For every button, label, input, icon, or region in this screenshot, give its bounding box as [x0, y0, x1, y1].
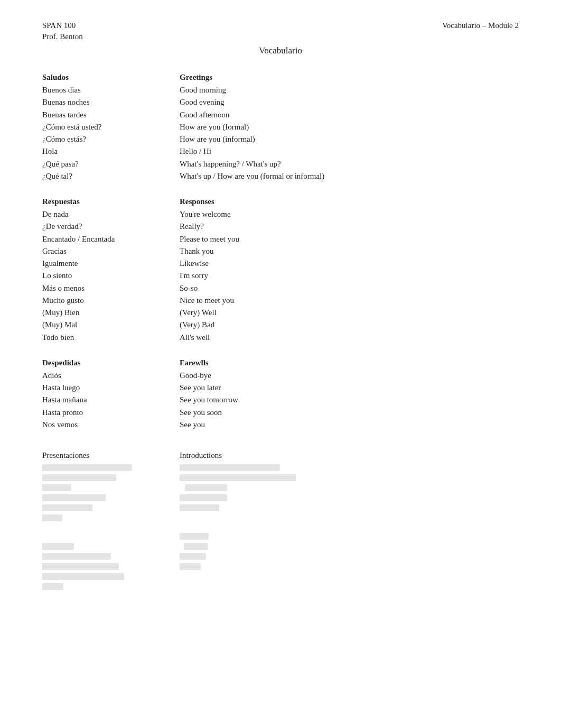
list-item: How are you (informal) [180, 133, 519, 145]
page-title: Vocabulario [42, 45, 519, 56]
list-item: ¿Cómo estás? [42, 133, 180, 145]
list-item: Good-bye [180, 370, 519, 382]
respuestas-section: Respuestas De nada¿De verdad?Encantado /… [42, 197, 519, 358]
list-item: (Muy) Mal [42, 319, 180, 331]
blur-line [180, 464, 280, 471]
professor-label: Prof. Benton [42, 32, 83, 41]
saludos-en: Greetings Good morningGood eveningGood a… [180, 73, 519, 182]
respuestas-en-items: You're welcomeReally?Please to meet youT… [180, 208, 519, 344]
list-item: Please to meet you [180, 233, 519, 245]
despedidas-section: Despedidas AdiósHasta luegoHasta mañanaH… [42, 358, 519, 446]
blur-line [42, 474, 116, 481]
list-item: (Muy) Bien [42, 307, 180, 319]
list-item: All's well [180, 331, 519, 344]
list-item: Todo bien [42, 331, 180, 344]
blurred-block-1-left [42, 464, 180, 521]
list-item: See you later [180, 382, 519, 394]
presentaciones-en-col: Introductions [180, 451, 519, 593]
list-item: Likewise [180, 257, 519, 270]
list-item: Hasta luego [42, 382, 180, 394]
list-item: Buenos dias [42, 84, 180, 96]
list-item: ¿Qué tal? [42, 170, 180, 182]
blur-line [42, 573, 124, 580]
saludos-es: Saludos Buenos diasBuenas nochesBuenas t… [42, 73, 180, 182]
list-item: What's up / How are you (formal or infor… [180, 170, 519, 182]
respuestas-es-items: De nada¿De verdad?Encantado / EncantadaG… [42, 208, 180, 344]
list-item: ¿De verdad? [42, 220, 180, 233]
blurred-block-2-left [42, 543, 180, 590]
list-item: (Very) Bad [180, 319, 519, 331]
list-item: Good afternoon [180, 109, 519, 121]
list-item: De nada [42, 208, 180, 220]
blur-line [42, 553, 111, 560]
blur-line [42, 484, 71, 491]
blur-line [185, 484, 227, 491]
saludos-es-items: Buenos diasBuenas nochesBuenas tardes¿Có… [42, 84, 180, 182]
respuestas-es: Respuestas De nada¿De verdad?Encantado /… [42, 197, 180, 344]
blurred-block-1-right [180, 464, 519, 511]
list-item: Más o menos [42, 282, 180, 294]
list-item: So-so [180, 282, 519, 294]
course-label: SPAN 100 [42, 21, 76, 30]
blur-line [180, 504, 219, 511]
list-item: Hasta mañana [42, 394, 180, 406]
despedidas-heading-es: Despedidas [42, 358, 180, 367]
saludos-en-items: Good morningGood eveningGood afternoonHo… [180, 84, 519, 182]
list-item: I'm sorry [180, 270, 519, 282]
blur-line [180, 474, 296, 481]
despedidas-es: Despedidas AdiósHasta luegoHasta mañanaH… [42, 358, 180, 431]
list-item: Nice to meet you [180, 294, 519, 307]
header-row: SPAN 100 Vocabulario – Module 2 [42, 21, 519, 30]
blur-line [42, 494, 106, 501]
blurred-block-2-right [180, 533, 519, 570]
presentaciones-label-en: Introductions [180, 451, 519, 460]
list-item: Thank you [180, 245, 519, 257]
list-item: See you [180, 419, 519, 431]
respuestas-heading-es: Respuestas [42, 197, 180, 206]
list-item: You're welcome [180, 208, 519, 220]
blur-line [42, 543, 74, 550]
blur-line [42, 514, 62, 521]
list-item: Good morning [180, 84, 519, 96]
list-item: See you soon [180, 407, 519, 419]
saludos-heading-en: Greetings [180, 73, 519, 82]
list-item: Good evening [180, 96, 519, 108]
despedidas-en: Farewlls Good-byeSee you laterSee you to… [180, 358, 519, 431]
blur-line [42, 464, 132, 471]
list-item: See you tomorrow [180, 394, 519, 406]
list-item: ¿Qué pasa? [42, 158, 180, 170]
list-item: (Very) Well [180, 307, 519, 319]
list-item: Lo siento [42, 270, 180, 282]
module-label: Vocabulario – Module 2 [442, 21, 519, 30]
respuestas-heading-en: Responses [180, 197, 519, 206]
list-item: Really? [180, 220, 519, 233]
list-item: Encantado / Encantada [42, 233, 180, 245]
list-item: Nos vemos [42, 419, 180, 431]
presentaciones-es-col: Presentaciones [42, 451, 180, 593]
list-item: Hasta pronto [42, 407, 180, 419]
professor-line: Prof. Benton [42, 32, 519, 41]
presentaciones-label-es: Presentaciones [42, 451, 180, 460]
saludos-section: Saludos Buenos diasBuenas nochesBuenas t… [42, 73, 519, 197]
blur-line [42, 563, 119, 570]
blur-line [42, 504, 92, 511]
respuestas-en: Responses You're welcomeReally?Please to… [180, 197, 519, 344]
list-item: How are you (formal) [180, 121, 519, 133]
list-item: ¿Cómo está usted? [42, 121, 180, 133]
blur-line [180, 563, 201, 570]
list-item: Adiós [42, 370, 180, 382]
list-item: Mucho gusto [42, 294, 180, 307]
blur-line [180, 553, 206, 560]
list-item: Igualmente [42, 257, 180, 270]
presentaciones-section: Presentaciones Introductions [42, 451, 519, 593]
despedidas-es-items: AdiósHasta luegoHasta mañanaHasta pronto… [42, 370, 180, 431]
list-item: Buenas tardes [42, 109, 180, 121]
list-item: Buenas noches [42, 96, 180, 108]
list-item: What's happening? / What's up? [180, 158, 519, 170]
list-item: Gracias [42, 245, 180, 257]
despedidas-en-items: Good-byeSee you laterSee you tomorrowSee… [180, 370, 519, 431]
blur-line [42, 583, 63, 590]
list-item: Hello / Hi [180, 145, 519, 158]
blur-line [184, 543, 208, 550]
despedidas-heading-en: Farewlls [180, 358, 519, 367]
